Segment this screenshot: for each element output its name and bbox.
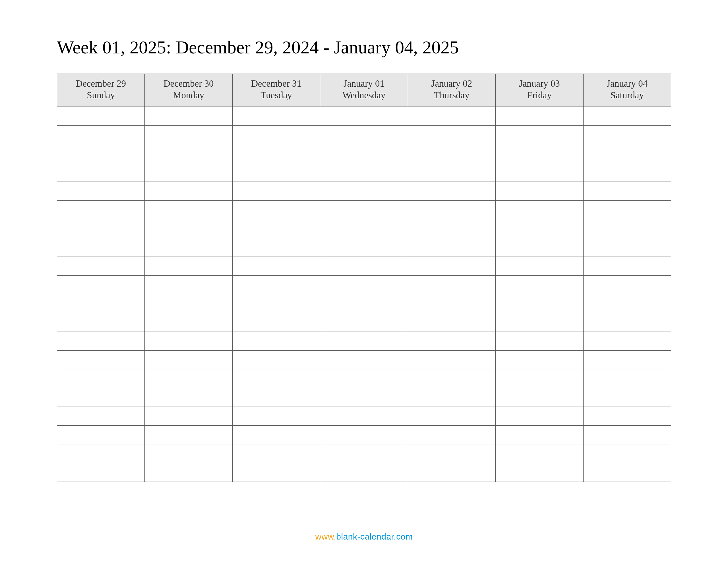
calendar-cell[interactable]	[232, 257, 320, 275]
calendar-cell[interactable]	[232, 182, 320, 200]
calendar-cell[interactable]	[408, 444, 495, 463]
calendar-cell[interactable]	[145, 388, 232, 406]
calendar-cell[interactable]	[57, 163, 145, 182]
calendar-cell[interactable]	[320, 219, 408, 238]
calendar-cell[interactable]	[320, 144, 408, 163]
calendar-cell[interactable]	[496, 406, 583, 425]
calendar-cell[interactable]	[408, 425, 495, 444]
calendar-cell[interactable]	[408, 275, 495, 294]
calendar-cell[interactable]	[320, 257, 408, 275]
calendar-cell[interactable]	[583, 107, 671, 125]
calendar-cell[interactable]	[583, 331, 671, 350]
calendar-cell[interactable]	[145, 369, 232, 388]
calendar-cell[interactable]	[320, 444, 408, 463]
calendar-cell[interactable]	[232, 444, 320, 463]
calendar-cell[interactable]	[583, 125, 671, 144]
calendar-cell[interactable]	[408, 163, 495, 182]
calendar-cell[interactable]	[320, 125, 408, 144]
calendar-cell[interactable]	[320, 294, 408, 313]
calendar-cell[interactable]	[583, 425, 671, 444]
calendar-cell[interactable]	[232, 331, 320, 350]
calendar-cell[interactable]	[496, 313, 583, 331]
calendar-cell[interactable]	[57, 257, 145, 275]
calendar-cell[interactable]	[57, 444, 145, 463]
calendar-cell[interactable]	[145, 182, 232, 200]
calendar-cell[interactable]	[232, 200, 320, 219]
calendar-cell[interactable]	[496, 425, 583, 444]
calendar-cell[interactable]	[57, 313, 145, 331]
calendar-cell[interactable]	[57, 144, 145, 163]
calendar-cell[interactable]	[408, 238, 495, 257]
calendar-cell[interactable]	[583, 182, 671, 200]
calendar-cell[interactable]	[583, 219, 671, 238]
calendar-cell[interactable]	[496, 219, 583, 238]
calendar-cell[interactable]	[320, 331, 408, 350]
calendar-cell[interactable]	[496, 463, 583, 482]
calendar-cell[interactable]	[145, 406, 232, 425]
calendar-cell[interactable]	[145, 313, 232, 331]
calendar-cell[interactable]	[145, 425, 232, 444]
calendar-cell[interactable]	[496, 200, 583, 219]
calendar-cell[interactable]	[57, 294, 145, 313]
calendar-cell[interactable]	[408, 331, 495, 350]
calendar-cell[interactable]	[583, 369, 671, 388]
calendar-cell[interactable]	[57, 369, 145, 388]
footer-link[interactable]: www.blank-calendar.com	[0, 532, 728, 542]
calendar-cell[interactable]	[583, 463, 671, 482]
calendar-cell[interactable]	[57, 388, 145, 406]
calendar-cell[interactable]	[408, 369, 495, 388]
calendar-cell[interactable]	[57, 238, 145, 257]
calendar-cell[interactable]	[583, 313, 671, 331]
calendar-cell[interactable]	[145, 163, 232, 182]
calendar-cell[interactable]	[145, 275, 232, 294]
calendar-cell[interactable]	[408, 350, 495, 369]
calendar-cell[interactable]	[496, 331, 583, 350]
calendar-cell[interactable]	[583, 406, 671, 425]
calendar-cell[interactable]	[232, 463, 320, 482]
calendar-cell[interactable]	[232, 369, 320, 388]
calendar-cell[interactable]	[583, 200, 671, 219]
calendar-cell[interactable]	[496, 369, 583, 388]
calendar-cell[interactable]	[57, 107, 145, 125]
calendar-cell[interactable]	[320, 107, 408, 125]
calendar-cell[interactable]	[145, 125, 232, 144]
calendar-cell[interactable]	[583, 294, 671, 313]
calendar-cell[interactable]	[145, 463, 232, 482]
calendar-cell[interactable]	[496, 238, 583, 257]
calendar-cell[interactable]	[145, 107, 232, 125]
calendar-cell[interactable]	[583, 275, 671, 294]
calendar-cell[interactable]	[57, 331, 145, 350]
calendar-cell[interactable]	[496, 182, 583, 200]
calendar-cell[interactable]	[232, 163, 320, 182]
calendar-cell[interactable]	[145, 294, 232, 313]
calendar-cell[interactable]	[408, 107, 495, 125]
calendar-cell[interactable]	[320, 238, 408, 257]
calendar-cell[interactable]	[145, 257, 232, 275]
calendar-cell[interactable]	[57, 350, 145, 369]
calendar-cell[interactable]	[57, 200, 145, 219]
calendar-cell[interactable]	[496, 125, 583, 144]
calendar-cell[interactable]	[57, 219, 145, 238]
calendar-cell[interactable]	[145, 444, 232, 463]
calendar-cell[interactable]	[232, 219, 320, 238]
calendar-cell[interactable]	[232, 238, 320, 257]
calendar-cell[interactable]	[320, 425, 408, 444]
calendar-cell[interactable]	[583, 388, 671, 406]
calendar-cell[interactable]	[408, 294, 495, 313]
calendar-cell[interactable]	[145, 200, 232, 219]
calendar-cell[interactable]	[57, 406, 145, 425]
calendar-cell[interactable]	[496, 163, 583, 182]
calendar-cell[interactable]	[408, 257, 495, 275]
calendar-cell[interactable]	[496, 294, 583, 313]
calendar-cell[interactable]	[57, 275, 145, 294]
calendar-cell[interactable]	[232, 275, 320, 294]
calendar-cell[interactable]	[145, 219, 232, 238]
calendar-cell[interactable]	[496, 444, 583, 463]
calendar-cell[interactable]	[583, 163, 671, 182]
calendar-cell[interactable]	[232, 294, 320, 313]
calendar-cell[interactable]	[145, 331, 232, 350]
calendar-cell[interactable]	[408, 406, 495, 425]
calendar-cell[interactable]	[408, 144, 495, 163]
calendar-cell[interactable]	[496, 275, 583, 294]
calendar-cell[interactable]	[496, 144, 583, 163]
